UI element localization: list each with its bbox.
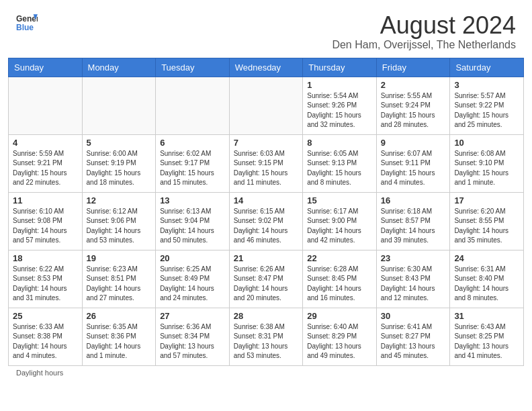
calendar-cell: 1Sunrise: 5:54 AMSunset: 9:26 PMDaylight…	[303, 77, 377, 134]
day-number: 23	[381, 253, 446, 263]
day-number: 3	[454, 80, 519, 90]
calendar-title: August 2024	[332, 12, 516, 39]
daylight-note: Daylight hours	[8, 366, 524, 379]
day-number: 4	[13, 138, 78, 148]
day-number: 31	[454, 311, 519, 321]
calendar-week-row: 11Sunrise: 6:10 AMSunset: 9:08 PMDayligh…	[9, 192, 524, 250]
day-number: 26	[87, 311, 152, 321]
col-saturday: Saturday	[450, 58, 524, 77]
calendar-cell: 13Sunrise: 6:13 AMSunset: 9:04 PMDayligh…	[156, 192, 230, 250]
logo-icon: General Blue	[16, 12, 38, 34]
day-info: Sunrise: 6:23 AMSunset: 8:51 PMDaylight:…	[87, 265, 152, 304]
day-info: Sunrise: 6:17 AMSunset: 9:00 PMDaylight:…	[307, 207, 372, 246]
calendar-cell	[229, 77, 303, 134]
day-info: Sunrise: 6:38 AMSunset: 8:31 PMDaylight:…	[234, 322, 299, 361]
calendar-cell: 12Sunrise: 6:12 AMSunset: 9:06 PMDayligh…	[82, 192, 156, 250]
calendar-cell: 7Sunrise: 6:03 AMSunset: 9:15 PMDaylight…	[229, 134, 303, 192]
calendar-cell: 9Sunrise: 6:07 AMSunset: 9:11 PMDaylight…	[376, 134, 450, 192]
day-number: 21	[234, 253, 299, 263]
day-info: Sunrise: 6:15 AMSunset: 9:02 PMDaylight:…	[234, 207, 299, 246]
page-header: General Blue August 2024 Den Ham, Overij…	[0, 0, 532, 58]
calendar-week-row: 4Sunrise: 5:59 AMSunset: 9:21 PMDaylight…	[9, 134, 524, 192]
day-number: 29	[307, 311, 372, 321]
calendar-header-row: Sunday Monday Tuesday Wednesday Thursday…	[9, 58, 524, 77]
calendar-cell: 3Sunrise: 5:57 AMSunset: 9:22 PMDaylight…	[450, 77, 524, 134]
calendar-cell: 23Sunrise: 6:30 AMSunset: 8:43 PMDayligh…	[376, 250, 450, 308]
calendar-cell	[82, 77, 156, 134]
day-number: 6	[160, 138, 225, 148]
calendar-cell: 11Sunrise: 6:10 AMSunset: 9:08 PMDayligh…	[9, 192, 83, 250]
day-number: 19	[87, 253, 152, 263]
day-info: Sunrise: 6:41 AMSunset: 8:27 PMDaylight:…	[381, 322, 446, 361]
day-info: Sunrise: 6:35 AMSunset: 8:36 PMDaylight:…	[87, 322, 152, 361]
calendar-cell: 25Sunrise: 6:33 AMSunset: 8:38 PMDayligh…	[9, 308, 83, 365]
calendar-cell: 10Sunrise: 6:08 AMSunset: 9:10 PMDayligh…	[450, 134, 524, 192]
calendar-cell: 30Sunrise: 6:41 AMSunset: 8:27 PMDayligh…	[376, 308, 450, 365]
day-number: 13	[160, 195, 225, 205]
day-info: Sunrise: 6:31 AMSunset: 8:40 PMDaylight:…	[454, 265, 519, 304]
day-info: Sunrise: 6:18 AMSunset: 8:57 PMDaylight:…	[381, 207, 446, 246]
col-friday: Friday	[376, 58, 450, 77]
col-monday: Monday	[82, 58, 156, 77]
calendar-week-row: 1Sunrise: 5:54 AMSunset: 9:26 PMDaylight…	[9, 77, 524, 134]
col-wednesday: Wednesday	[229, 58, 303, 77]
day-info: Sunrise: 6:10 AMSunset: 9:08 PMDaylight:…	[13, 207, 78, 246]
calendar-cell: 27Sunrise: 6:36 AMSunset: 8:34 PMDayligh…	[156, 308, 230, 365]
day-number: 28	[234, 311, 299, 321]
day-info: Sunrise: 6:20 AMSunset: 8:55 PMDaylight:…	[454, 207, 519, 246]
day-number: 15	[307, 195, 372, 205]
day-number: 24	[454, 253, 519, 263]
day-number: 20	[160, 253, 225, 263]
calendar-cell: 29Sunrise: 6:40 AMSunset: 8:29 PMDayligh…	[303, 308, 377, 365]
calendar-week-row: 25Sunrise: 6:33 AMSunset: 8:38 PMDayligh…	[9, 308, 524, 365]
calendar-subtitle: Den Ham, Overijssel, The Netherlands	[332, 39, 516, 51]
day-info: Sunrise: 6:00 AMSunset: 9:19 PMDaylight:…	[87, 149, 152, 188]
calendar-cell	[9, 77, 83, 134]
day-number: 1	[307, 80, 372, 90]
day-info: Sunrise: 6:26 AMSunset: 8:47 PMDaylight:…	[234, 265, 299, 304]
svg-text:Blue: Blue	[16, 23, 34, 32]
calendar-cell: 19Sunrise: 6:23 AMSunset: 8:51 PMDayligh…	[82, 250, 156, 308]
calendar-body: 1Sunrise: 5:54 AMSunset: 9:26 PMDaylight…	[9, 77, 524, 365]
calendar-cell: 28Sunrise: 6:38 AMSunset: 8:31 PMDayligh…	[229, 308, 303, 365]
calendar-cell	[156, 77, 230, 134]
day-info: Sunrise: 6:28 AMSunset: 8:45 PMDaylight:…	[307, 265, 372, 304]
calendar-cell: 20Sunrise: 6:25 AMSunset: 8:49 PMDayligh…	[156, 250, 230, 308]
calendar-cell: 5Sunrise: 6:00 AMSunset: 9:19 PMDaylight…	[82, 134, 156, 192]
day-number: 5	[87, 138, 152, 148]
calendar-cell: 4Sunrise: 5:59 AMSunset: 9:21 PMDaylight…	[9, 134, 83, 192]
calendar-cell: 17Sunrise: 6:20 AMSunset: 8:55 PMDayligh…	[450, 192, 524, 250]
day-info: Sunrise: 6:33 AMSunset: 8:38 PMDaylight:…	[13, 322, 78, 361]
day-number: 27	[160, 311, 225, 321]
day-info: Sunrise: 6:08 AMSunset: 9:10 PMDaylight:…	[454, 149, 519, 188]
calendar-table: Sunday Monday Tuesday Wednesday Thursday…	[8, 58, 524, 366]
calendar-cell: 26Sunrise: 6:35 AMSunset: 8:36 PMDayligh…	[82, 308, 156, 365]
calendar-cell: 18Sunrise: 6:22 AMSunset: 8:53 PMDayligh…	[9, 250, 83, 308]
day-number: 9	[381, 138, 446, 148]
calendar-cell: 24Sunrise: 6:31 AMSunset: 8:40 PMDayligh…	[450, 250, 524, 308]
calendar-cell: 22Sunrise: 6:28 AMSunset: 8:45 PMDayligh…	[303, 250, 377, 308]
day-number: 8	[307, 138, 372, 148]
col-thursday: Thursday	[303, 58, 377, 77]
day-number: 18	[13, 253, 78, 263]
day-number: 30	[381, 311, 446, 321]
day-number: 11	[13, 195, 78, 205]
day-info: Sunrise: 6:22 AMSunset: 8:53 PMDaylight:…	[13, 265, 78, 304]
day-number: 25	[13, 311, 78, 321]
calendar-cell: 15Sunrise: 6:17 AMSunset: 9:00 PMDayligh…	[303, 192, 377, 250]
calendar-week-row: 18Sunrise: 6:22 AMSunset: 8:53 PMDayligh…	[9, 250, 524, 308]
title-block: August 2024 Den Ham, Overijssel, The Net…	[332, 12, 516, 51]
calendar-cell: 21Sunrise: 6:26 AMSunset: 8:47 PMDayligh…	[229, 250, 303, 308]
day-info: Sunrise: 6:03 AMSunset: 9:15 PMDaylight:…	[234, 149, 299, 188]
day-number: 12	[87, 195, 152, 205]
day-number: 2	[381, 80, 446, 90]
day-number: 16	[381, 195, 446, 205]
calendar-cell: 6Sunrise: 6:02 AMSunset: 9:17 PMDaylight…	[156, 134, 230, 192]
day-number: 7	[234, 138, 299, 148]
calendar-cell: 14Sunrise: 6:15 AMSunset: 9:02 PMDayligh…	[229, 192, 303, 250]
day-info: Sunrise: 6:02 AMSunset: 9:17 PMDaylight:…	[160, 149, 225, 188]
day-info: Sunrise: 6:13 AMSunset: 9:04 PMDaylight:…	[160, 207, 225, 246]
day-number: 22	[307, 253, 372, 263]
col-sunday: Sunday	[9, 58, 83, 77]
day-info: Sunrise: 6:30 AMSunset: 8:43 PMDaylight:…	[381, 265, 446, 304]
